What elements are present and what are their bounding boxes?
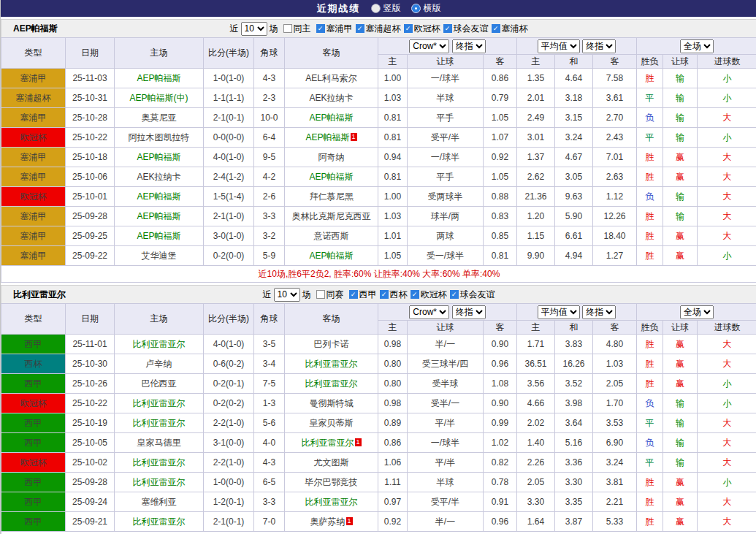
asian-home-odds-cell: 0.81 bbox=[378, 108, 408, 128]
league-filter-checkbox[interactable]: ✓西杯 bbox=[380, 289, 408, 301]
result-cell: 胜 bbox=[637, 374, 663, 394]
match-row: 塞浦超杯25-10-31AEP帕福斯(中)1-1(1-1)2-3AEK拉纳卡1.… bbox=[1, 88, 756, 108]
corner-cell: 6-5 bbox=[254, 473, 285, 492]
league-filter-label: 西杯 bbox=[390, 289, 408, 301]
league-type-cell: 欧冠杯 bbox=[1, 453, 66, 473]
euro-odds-filter-cell: 平均值 终指 bbox=[517, 38, 637, 55]
layout-option-vertical[interactable]: 竖版 bbox=[371, 2, 401, 15]
league-filter-checkbox[interactable]: ✓球会友谊 bbox=[450, 289, 495, 301]
match-scope-select[interactable]: 全场 bbox=[680, 305, 714, 319]
match-scope-select[interactable]: 全场 bbox=[680, 39, 714, 53]
handicap-result-cell: 输 bbox=[663, 187, 698, 207]
asian-home-odds-cell: 0.94 bbox=[378, 148, 408, 167]
radio-unselected-icon[interactable] bbox=[371, 4, 381, 13]
col-euro-away-header: 客 bbox=[593, 55, 637, 69]
goals-result-cell: 小 bbox=[698, 374, 756, 394]
away-team-cell: 比利亚雷亚尔 bbox=[285, 374, 378, 394]
asian-odds-source-select[interactable]: Crow* bbox=[409, 39, 449, 53]
goals-result-cell: 小 bbox=[698, 88, 756, 108]
league-filter-checkbox[interactable]: ✓欧冠杯 bbox=[404, 23, 440, 35]
handicap-result-cell: 赢 bbox=[663, 512, 698, 532]
league-filter-label: 欧冠杯 bbox=[421, 289, 447, 301]
home-team-cell: AEP帕福斯 bbox=[115, 148, 204, 167]
euro-home-odds-cell: 1.35 bbox=[517, 69, 555, 88]
checkbox-checked-icon[interactable]: ✓ bbox=[404, 24, 413, 33]
corner-cell: 3-5 bbox=[254, 335, 285, 354]
same-filter[interactable]: 同主 bbox=[283, 23, 311, 35]
euro-away-odds-cell: 3.53 bbox=[593, 413, 637, 433]
away-team-cell: 奥林比克斯尼克西亚 bbox=[285, 207, 378, 226]
asian-odds-time-select[interactable]: 终指 bbox=[452, 39, 486, 53]
score-cell: 2-2(1-0) bbox=[204, 453, 254, 473]
match-rows: 西甲25-11-01比利亚雷亚尔4-0(1-0)3-5巴列卡诺0.98半/一0.… bbox=[1, 335, 756, 532]
checkbox-unchecked-icon[interactable] bbox=[316, 290, 325, 299]
result-cell: 胜 bbox=[637, 335, 663, 354]
match-row: 欧冠杯25-10-22比利亚雷亚尔0-2(0-2)1-3曼彻斯特城0.98受半/… bbox=[1, 394, 756, 413]
corner-cell: 3-3 bbox=[254, 207, 285, 226]
league-filter-label: 塞浦杯 bbox=[502, 23, 528, 35]
corner-cell: 5-6 bbox=[254, 413, 285, 433]
handicap-result-cell: 赢 bbox=[663, 354, 698, 374]
home-team-cell: 阿拉木图凯拉特 bbox=[115, 128, 204, 148]
euro-away-odds-cell: 1.12 bbox=[593, 187, 637, 207]
corner-cell: 9-5 bbox=[254, 148, 285, 167]
match-row: 塞浦甲25-09-28AEP帕福斯2-1(1-0)3-3奥林比克斯尼克西亚1.0… bbox=[1, 207, 756, 226]
checkbox-checked-icon[interactable]: ✓ bbox=[492, 24, 500, 33]
asian-away-odds-cell: 0.99 bbox=[484, 413, 517, 433]
league-filter-checkbox[interactable]: ✓欧冠杯 bbox=[411, 289, 447, 301]
red-card-badge: 1 bbox=[355, 438, 362, 446]
league-filter-label: 塞浦甲 bbox=[327, 23, 353, 35]
league-type-cell: 欧冠杯 bbox=[1, 394, 66, 413]
goals-result-cell: 大 bbox=[698, 335, 756, 354]
checkbox-checked-icon[interactable]: ✓ bbox=[411, 290, 419, 299]
checkbox-checked-icon[interactable]: ✓ bbox=[450, 290, 459, 299]
team-section: 比利亚雷亚尔 近 10 场 同赛 ✓西甲✓西杯✓欧冠杯✓球会友谊 类型 日期 bbox=[1, 285, 756, 534]
match-count-select[interactable]: 10 bbox=[274, 288, 300, 302]
euro-home-odds-cell: 9.90 bbox=[517, 246, 555, 266]
checkbox-checked-icon[interactable]: ✓ bbox=[349, 290, 358, 299]
euro-home-odds-cell: 1.37 bbox=[517, 148, 555, 167]
match-count-select[interactable]: 10 bbox=[241, 22, 267, 36]
checkbox-checked-icon[interactable]: ✓ bbox=[380, 290, 389, 299]
euro-odds-time-select[interactable]: 终指 bbox=[582, 305, 616, 319]
asian-odds-time-select[interactable]: 终指 bbox=[452, 305, 486, 319]
date-cell: 25-10-05 bbox=[66, 433, 115, 453]
score-cell: 4-0(1-0) bbox=[204, 148, 254, 167]
checkbox-unchecked-icon[interactable] bbox=[283, 24, 292, 33]
league-filter-checkbox[interactable]: ✓塞浦甲 bbox=[316, 23, 353, 35]
asian-away-odds-cell: 0.83 bbox=[484, 207, 517, 226]
checkbox-checked-icon[interactable]: ✓ bbox=[356, 24, 364, 33]
euro-draw-odds-cell: 3.36 bbox=[555, 453, 593, 473]
league-filter-checkbox[interactable]: ✓西甲 bbox=[349, 289, 377, 301]
euro-away-odds-cell: 2.05 bbox=[593, 374, 637, 394]
league-filter-checkbox[interactable]: ✓塞浦杯 bbox=[492, 23, 528, 35]
euro-home-odds-cell: 21.36 bbox=[517, 187, 555, 207]
goals-result-cell: 大 bbox=[698, 433, 756, 453]
euro-home-odds-cell: 1.71 bbox=[517, 335, 555, 354]
euro-away-odds-cell: 18.40 bbox=[593, 226, 637, 246]
euro-odds-average-select[interactable]: 平均值 bbox=[538, 305, 580, 319]
near-label: 近 bbox=[230, 23, 239, 35]
match-row: 西杯25-10-30卢辛纳0-6(0-2)3-4比利亚雷亚尔0.80受三球半/四… bbox=[1, 354, 756, 374]
same-filter[interactable]: 同赛 bbox=[316, 289, 344, 301]
col-away-header: 客场 bbox=[285, 38, 378, 69]
handicap-cell: 球半/两 bbox=[408, 207, 484, 226]
league-type-cell: 西甲 bbox=[1, 492, 66, 512]
score-cell: 2-4(1-2) bbox=[204, 167, 254, 187]
handicap-result-cell: 赢 bbox=[663, 335, 698, 354]
league-filter-checkbox[interactable]: ✓球会友谊 bbox=[443, 23, 489, 35]
radio-selected-icon[interactable] bbox=[411, 4, 421, 13]
layout-option-horizontal[interactable]: 横版 bbox=[411, 2, 441, 15]
asian-home-odds-cell: 0.92 bbox=[378, 512, 408, 532]
league-type-cell: 塞浦甲 bbox=[1, 69, 66, 88]
euro-odds-average-select[interactable]: 平均值 bbox=[538, 39, 580, 53]
checkbox-checked-icon[interactable]: ✓ bbox=[443, 24, 452, 33]
score-cell: 0-2(0-2) bbox=[204, 394, 254, 413]
euro-odds-time-select[interactable]: 终指 bbox=[582, 39, 616, 53]
handicap-result-cell: 输 bbox=[663, 394, 698, 413]
checkbox-checked-icon[interactable]: ✓ bbox=[316, 24, 325, 33]
league-filter-checkbox[interactable]: ✓塞浦超杯 bbox=[356, 23, 401, 35]
home-team-cell: 塞维利亚 bbox=[115, 492, 204, 512]
asian-odds-source-select[interactable]: Crow* bbox=[409, 305, 449, 319]
handicap-cell: 受一/球半 bbox=[408, 246, 484, 266]
